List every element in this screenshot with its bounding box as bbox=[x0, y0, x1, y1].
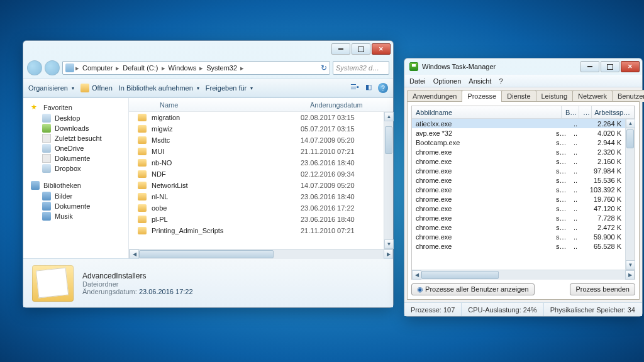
include-menu[interactable]: In Bibliothek aufnehmen bbox=[119, 84, 199, 92]
file-row[interactable]: MUI21.11.2010 07:21 bbox=[129, 146, 384, 157]
end-process-button[interactable]: Prozess beenden bbox=[570, 283, 635, 295]
sidebar-item[interactable]: Zuletzt besucht bbox=[25, 133, 127, 143]
file-row[interactable]: Printing_Admin_Scripts21.11.2010 07:21 bbox=[129, 225, 384, 236]
scroll-right-button[interactable]: ▶ bbox=[384, 250, 393, 259]
sidebar-item[interactable]: Dokumente bbox=[25, 153, 127, 163]
chevron-right-icon[interactable]: ▸ bbox=[199, 64, 203, 72]
view-mode-button[interactable]: ☰▪ bbox=[350, 83, 359, 93]
vertical-scrollbar[interactable]: ▲ ▼ bbox=[384, 112, 393, 249]
nav-forward-button[interactable] bbox=[45, 60, 60, 75]
favorites-header[interactable]: ★ Favoriten bbox=[25, 102, 127, 113]
process-row[interactable]: chrome.exes…..2.472 K bbox=[412, 222, 625, 232]
maximize-button[interactable] bbox=[601, 61, 619, 72]
scroll-up-button[interactable]: ▲ bbox=[384, 112, 394, 121]
process-row[interactable]: chrome.exes…..97.984 K bbox=[412, 166, 625, 175]
share-menu[interactable]: Freigeben für bbox=[206, 84, 253, 92]
file-row[interactable]: Msdtc14.07.2009 05:20 bbox=[129, 134, 384, 146]
scroll-down-button[interactable]: ▼ bbox=[384, 239, 394, 249]
maximize-button[interactable] bbox=[352, 43, 370, 55]
menu-item[interactable]: Datei bbox=[409, 77, 426, 85]
show-all-users-button[interactable]: ◉ Prozesse aller Benutzer anzeigen bbox=[411, 283, 535, 295]
scroll-left-button[interactable]: ◀ bbox=[412, 270, 421, 280]
minimize-button[interactable] bbox=[331, 43, 350, 55]
process-row[interactable]: chrome.exes…..47.120 K bbox=[412, 204, 625, 213]
sidebar-item[interactable]: Musik bbox=[25, 211, 127, 221]
chevron-right-icon[interactable]: ▸ bbox=[116, 64, 119, 72]
process-row[interactable]: chrome.exes…..103.392 K bbox=[412, 185, 625, 194]
file-row[interactable]: nb-NO23.06.2016 18:40 bbox=[129, 157, 384, 168]
tab[interactable]: Netzwerk bbox=[572, 90, 613, 102]
breadcrumb-segment[interactable]: Computer bbox=[80, 64, 114, 72]
chevron-right-icon[interactable]: ▸ bbox=[162, 64, 165, 72]
taskmanager-titlebar[interactable]: Windows Task-Manager bbox=[404, 58, 642, 75]
scroll-thumb[interactable] bbox=[421, 271, 499, 279]
sidebar-item[interactable]: Bilder bbox=[25, 191, 127, 201]
chevron-right-icon[interactable]: ▸ bbox=[75, 64, 79, 72]
search-input[interactable]: System32 d… bbox=[333, 61, 389, 75]
process-row[interactable]: chrome.exes…..19.760 K bbox=[412, 194, 625, 204]
menu-item[interactable]: Ansicht bbox=[469, 77, 491, 85]
vertical-scrollbar[interactable]: ▲ ▼ bbox=[625, 119, 635, 270]
tab[interactable]: Benutzer bbox=[612, 90, 644, 102]
preview-pane-button[interactable]: ◧ bbox=[365, 83, 372, 93]
horizontal-scrollbar[interactable]: ◀ ▶ bbox=[129, 249, 393, 258]
sidebar-item[interactable]: OneDrive bbox=[25, 143, 127, 153]
scroll-thumb[interactable] bbox=[626, 129, 634, 148]
explorer-titlebar[interactable] bbox=[23, 41, 393, 57]
file-row[interactable]: NDF02.12.2016 09:34 bbox=[129, 168, 384, 180]
file-row[interactable]: pl-PL23.06.2016 18:40 bbox=[129, 214, 384, 225]
process-row[interactable]: chrome.exes…..59.900 K bbox=[412, 232, 625, 241]
scroll-up-button[interactable]: ▲ bbox=[626, 119, 635, 128]
file-row[interactable]: migwiz05.07.2017 03:15 bbox=[129, 123, 384, 134]
breadcrumb-segment[interactable]: System32 bbox=[204, 64, 239, 72]
minimize-button[interactable] bbox=[580, 61, 599, 72]
sidebar-item[interactable]: Dropbox bbox=[25, 163, 127, 173]
process-row[interactable]: chrome.exes…..2.160 K bbox=[412, 156, 625, 166]
process-row[interactable]: chrome.exes…..2.320 K bbox=[412, 147, 625, 156]
process-column-headers[interactable]: Abbildname B… … Arbeitssp… bbox=[412, 106, 635, 119]
folder-icon bbox=[138, 114, 147, 121]
process-row[interactable]: Bootcamp.exes…..2.944 K bbox=[412, 138, 625, 147]
help-button[interactable]: ? bbox=[378, 83, 388, 93]
refresh-button[interactable]: ↻ bbox=[321, 63, 327, 72]
column-headers[interactable]: Name Änderungsdatum bbox=[129, 98, 393, 112]
process-row[interactable]: atieclxx.exe..2.264 K bbox=[412, 119, 625, 128]
tab[interactable]: Prozesse bbox=[462, 90, 502, 102]
process-row[interactable]: chrome.exes…..65.528 K bbox=[412, 241, 625, 251]
breadcrumb-segment[interactable]: Windows bbox=[167, 64, 199, 72]
menu-item[interactable]: Optionen bbox=[433, 77, 462, 85]
tab[interactable]: Anwendungen bbox=[407, 90, 462, 102]
sidebar-item[interactable]: Downloads bbox=[25, 123, 127, 133]
open-button[interactable]: Öffnen bbox=[80, 84, 113, 92]
tab[interactable]: Dienste bbox=[501, 90, 536, 102]
folder-icon bbox=[138, 125, 147, 133]
chevron-right-icon[interactable]: ▸ bbox=[240, 64, 244, 72]
scroll-thumb[interactable] bbox=[385, 126, 392, 154]
taskmanager-icon bbox=[409, 62, 418, 71]
libraries-header[interactable]: Bibliotheken bbox=[25, 180, 127, 191]
scroll-right-button[interactable]: ▶ bbox=[625, 270, 635, 280]
close-button[interactable] bbox=[372, 43, 391, 55]
close-button[interactable] bbox=[621, 61, 640, 72]
scroll-thumb[interactable] bbox=[139, 250, 274, 258]
file-row[interactable]: oobe23.06.2016 17:22 bbox=[129, 202, 384, 214]
column-modified: Änderungsdatum bbox=[310, 101, 393, 109]
organize-menu[interactable]: Organisieren bbox=[28, 84, 74, 92]
sidebar-item[interactable]: Desktop bbox=[25, 113, 127, 123]
file-row[interactable]: NetworkList14.07.2009 05:20 bbox=[129, 180, 384, 191]
process-row[interactable]: avp.exe *32s…..4.020 K bbox=[412, 128, 625, 138]
menu-item[interactable]: ? bbox=[499, 77, 502, 85]
file-row[interactable]: nl-NL23.06.2016 18:40 bbox=[129, 191, 384, 202]
horizontal-scrollbar[interactable]: ◀ ▶ bbox=[412, 270, 635, 279]
nav-icon bbox=[42, 144, 51, 153]
nav-back-button[interactable] bbox=[27, 60, 42, 75]
sidebar-item[interactable]: Dokumente bbox=[25, 201, 127, 211]
process-row[interactable]: chrome.exes…..15.536 K bbox=[412, 175, 625, 185]
tab[interactable]: Leistung bbox=[536, 90, 574, 102]
file-row[interactable]: migration02.08.2017 03:15 bbox=[129, 112, 384, 123]
scroll-down-button[interactable]: ▼ bbox=[626, 260, 635, 270]
scroll-left-button[interactable]: ◀ bbox=[130, 250, 139, 259]
process-row[interactable]: chrome.exes…..7.728 K bbox=[412, 213, 625, 222]
breadcrumb[interactable]: ▸ Computer▸Default (C:)▸Windows▸System32… bbox=[62, 61, 330, 75]
breadcrumb-segment[interactable]: Default (C:) bbox=[121, 64, 160, 72]
